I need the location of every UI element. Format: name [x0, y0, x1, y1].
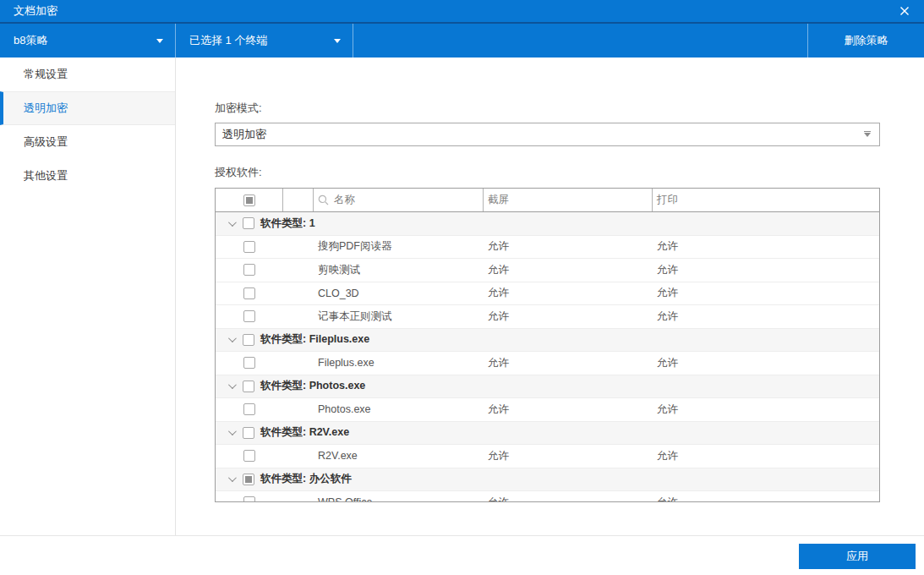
app-print-permission: 允许: [653, 286, 879, 300]
software-app-row[interactable]: CLO_3D允许允许: [216, 282, 879, 306]
main-content: 加密模式: 透明加密 授权软件: 名称 截屏: [176, 58, 924, 535]
software-group-row[interactable]: 软件类型: Photos.exe: [216, 375, 879, 399]
chevron-down-icon-glyph: [227, 381, 236, 389]
app-checkbox-cell: [216, 496, 283, 502]
select-all-checkbox[interactable]: [243, 194, 255, 206]
software-app-row[interactable]: 搜狗PDF阅读器允许允许: [216, 236, 879, 260]
sidebar-item-general-settings[interactable]: 常规设置: [0, 58, 175, 91]
software-table-body: 软件类型: 1搜狗PDF阅读器允许允许剪映测试允许允许CLO_3D允许允许记事本…: [216, 212, 879, 502]
app-checkbox[interactable]: [243, 264, 255, 276]
delete-policy-label: 删除策略: [845, 33, 888, 48]
chevron-down-icon-glyph: [227, 427, 236, 435]
app-checkbox[interactable]: [243, 310, 255, 322]
group-label: 软件类型: 办公软件: [260, 472, 352, 486]
app-checkbox-cell: [216, 241, 283, 253]
sidebar-item-label: 透明加密: [24, 101, 68, 116]
encryption-mode-label: 加密模式:: [215, 101, 924, 116]
chevron-down-icon[interactable]: [224, 476, 238, 482]
app-screenshot-permission: 允许: [484, 356, 653, 370]
sidebar-item-other-settings[interactable]: 其他设置: [0, 159, 175, 193]
group-checkbox[interactable]: [243, 334, 254, 346]
software-app-row[interactable]: WPS Office允许允许: [216, 491, 879, 502]
terminal-dropdown[interactable]: 已选择 1 个终端: [176, 24, 353, 58]
software-app-row[interactable]: R2V.exe允许允许: [216, 445, 879, 468]
group-label: 软件类型: R2V.exe: [260, 425, 349, 440]
chevron-down-icon-glyph: [227, 218, 236, 227]
software-app-row[interactable]: 记事本正则测试允许允许: [216, 305, 879, 329]
app-name: 搜狗PDF阅读器: [314, 239, 484, 254]
footer: 应用: [0, 535, 924, 575]
terminal-dropdown-value: 已选择 1 个终端: [189, 33, 327, 48]
software-group-row[interactable]: 软件类型: R2V.exe: [216, 422, 879, 446]
table-header-select-all: [216, 189, 283, 211]
app-checkbox-cell: [216, 310, 283, 322]
app-print-permission: 允许: [653, 309, 879, 324]
sidebar-item-transparent-encryption[interactable]: 透明加密: [0, 91, 175, 125]
app-checkbox[interactable]: [243, 288, 255, 299]
group-checkbox[interactable]: [243, 381, 254, 392]
software-group-row[interactable]: 软件类型: 办公软件: [216, 468, 879, 492]
app-checkbox[interactable]: [243, 450, 255, 462]
group-checkbox[interactable]: [243, 474, 254, 485]
body: 常规设置 透明加密 高级设置 其他设置 加密模式: 透明加密 授权软件:: [0, 58, 924, 535]
table-header-name-label: 名称: [334, 193, 355, 207]
table-header-name[interactable]: 名称: [314, 189, 484, 211]
encryption-mode-value: 透明加密: [222, 127, 864, 142]
app-checkbox[interactable]: [243, 496, 255, 502]
policy-dropdown[interactable]: b8策略: [0, 24, 176, 58]
policy-dropdown-value: b8策略: [14, 33, 150, 48]
sidebar-item-label: 高级设置: [24, 134, 68, 150]
chevron-down-icon: [864, 133, 871, 137]
chevron-down-icon[interactable]: [224, 430, 238, 435]
app-name: R2V.exe: [314, 450, 484, 462]
group-checkbox[interactable]: [243, 427, 254, 439]
app-checkbox-cell: [216, 357, 283, 369]
app-screenshot-permission: 允许: [484, 449, 653, 463]
app-screenshot-permission: 允许: [484, 496, 653, 502]
app-screenshot-permission: 允许: [484, 402, 653, 417]
app-name: 剪映测试: [314, 263, 484, 277]
document-encryption-window: 文档加密 b8策略 已选择 1 个终端 删除策略 常规设置 透明加密: [0, 0, 924, 575]
app-print-permission: 允许: [653, 239, 879, 254]
apply-button[interactable]: 应用: [799, 544, 916, 569]
software-app-row[interactable]: Photos.exe允许允许: [216, 398, 879, 422]
group-checkbox[interactable]: [243, 217, 254, 229]
app-name: Photos.exe: [314, 403, 484, 415]
table-header-screenshot[interactable]: 截屏: [484, 189, 653, 211]
sidebar-item-advanced-settings[interactable]: 高级设置: [0, 125, 175, 159]
chevron-down-icon[interactable]: [224, 337, 238, 342]
group-label: 软件类型: 1: [260, 216, 315, 231]
app-print-permission: 允许: [653, 356, 879, 370]
authorized-software-table: 名称 截屏 打印 软件类型: 1搜狗PDF阅读器允许允许剪映测试允许允许CLO_…: [215, 188, 880, 502]
search-icon: [318, 194, 329, 205]
delete-policy-button[interactable]: 删除策略: [807, 24, 924, 58]
app-checkbox-cell: [216, 450, 283, 462]
app-checkbox[interactable]: [243, 357, 255, 369]
encryption-mode-select[interactable]: 透明加密: [215, 123, 880, 146]
close-icon[interactable]: [894, 2, 916, 20]
table-header-expand-column: [283, 189, 314, 211]
software-group-row[interactable]: 软件类型: Fileplus.exe: [216, 329, 879, 353]
app-checkbox-cell: [216, 403, 283, 415]
software-app-row[interactable]: Fileplus.exe允许允许: [216, 352, 879, 375]
table-header-print[interactable]: 打印: [653, 189, 879, 211]
app-screenshot-permission: 允许: [484, 239, 653, 254]
chevron-down-icon: [334, 39, 341, 43]
authorized-software-label: 授权软件:: [215, 165, 924, 180]
sidebar: 常规设置 透明加密 高级设置 其他设置: [0, 58, 176, 535]
app-screenshot-permission: 允许: [484, 309, 653, 324]
app-checkbox[interactable]: [243, 403, 255, 415]
toolbar-spacer: [353, 24, 807, 58]
table-header: 名称 截屏 打印: [216, 189, 879, 212]
app-name: CLO_3D: [314, 288, 484, 299]
chevron-down-icon[interactable]: [224, 221, 238, 227]
software-group-row[interactable]: 软件类型: 1: [216, 212, 879, 236]
app-name: 记事本正则测试: [314, 309, 484, 324]
window-title: 文档加密: [14, 3, 894, 19]
app-checkbox-cell: [216, 288, 283, 299]
chevron-down-icon-glyph: [227, 474, 236, 482]
app-checkbox[interactable]: [243, 241, 255, 253]
app-print-permission: 允许: [653, 496, 879, 502]
software-app-row[interactable]: 剪映测试允许允许: [216, 259, 879, 282]
chevron-down-icon[interactable]: [224, 383, 238, 389]
